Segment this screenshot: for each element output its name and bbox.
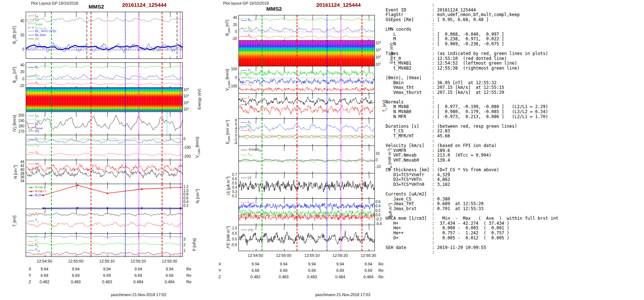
legend-item-b-l: BL <box>28 65 39 70</box>
y-axis-label-right: EM [mW m-2] <box>387 148 393 170</box>
position-row-label-x: X <box>29 267 31 271</box>
series-BM <box>26 66 182 68</box>
marker-line-t-cs-end-red <box>362 66 362 94</box>
screenshot-root: : Event ID : 20161124_125444 FlagStr : m… <box>0 0 644 300</box>
marker-line-t-dvmax-blue <box>327 94 327 119</box>
position-value: 9.94 <box>252 262 259 266</box>
panel-middle-e-spectrogram <box>238 40 375 67</box>
marker-line-t-cs-start-red <box>297 146 297 173</box>
position-value: 0.483 <box>102 280 112 284</box>
marker-line-t-cs-start-red <box>297 173 297 199</box>
legend-line-sample <box>28 152 34 153</box>
legend-item-p-tot: Ptot <box>28 248 40 253</box>
legend-line-sample <box>28 245 34 246</box>
marker-line-t-mvab1-green <box>262 225 262 251</box>
legend-line-sample <box>241 85 247 85</box>
legend-line-sample <box>28 191 34 192</box>
y-axis-label: J*E' [nW m-3] <box>225 226 230 249</box>
legend-line-sample <box>28 195 34 195</box>
y-tick-label: -20 <box>224 37 237 41</box>
legend-dot-sample <box>30 187 32 188</box>
series-Teperp <box>239 97 374 106</box>
legend-item-v-l: VL <box>28 137 39 142</box>
panel-middle-j-lmn: tmaxJJLJMJN <box>238 198 375 225</box>
marker-line-t-cs-end-red <box>162 160 162 184</box>
position-value: 0.483 <box>307 275 317 279</box>
marker-line-t-cs-start-red <box>297 94 297 119</box>
legend-item--v-: |V| <box>28 129 39 133</box>
marker-line-t-mvab1-green <box>262 41 262 66</box>
legend-label: VN <box>248 82 252 87</box>
time-tick-label: 12:55:20 <box>131 259 146 263</box>
y-axis-label: BL,|B| [nT] <box>12 26 17 44</box>
panel-left-density: NeNi <box>26 160 183 184</box>
legend-label: BL <box>248 18 251 23</box>
series-canvas-ve-lmn <box>239 66 374 94</box>
legend-label: VL <box>248 68 251 73</box>
marker-line-t-cs-end-red <box>162 88 162 111</box>
position-value: 9.94 <box>364 262 372 266</box>
legend-line-sample <box>241 20 247 21</box>
legend-dot-sample <box>30 195 32 196</box>
legend-item--vexb-m: -(VexB)M <box>241 148 261 153</box>
legend-line-sample <box>241 77 247 78</box>
marker-line-t-dvmax-blue <box>327 66 327 94</box>
marker-line-t-jmax-brst-magenta <box>180 88 181 111</box>
marker-line-t-dvmax-blue <box>327 146 327 173</box>
legend-line-sample <box>241 70 247 71</box>
series-Vmag <box>26 115 182 131</box>
legend-line-sample <box>241 28 247 29</box>
legend-item-t-: T∥ <box>241 96 251 101</box>
series-Tepar <box>239 105 374 115</box>
legend-line-sample <box>28 214 34 214</box>
legend-label: T⊥ <box>248 102 252 107</box>
position-row-label-y: Y <box>218 268 221 273</box>
legend-label: BM <box>35 73 39 78</box>
y-tick-label: 0 <box>11 47 24 51</box>
y-tick-label: -200 <box>183 154 191 158</box>
legend-line-sample <box>241 130 247 131</box>
legend-item-ni: Ni <box>28 167 38 171</box>
legend-line-sample <box>28 237 34 237</box>
marker-line-t-dvmax-blue <box>327 173 327 199</box>
y-tick-label: 0.2 <box>376 209 381 213</box>
marker-line-t-mvab1-green <box>51 12 52 59</box>
event-id: 20161124_125444 <box>316 2 361 8</box>
position-value: 0.484 <box>134 280 144 284</box>
legend-line-sample <box>241 126 247 127</box>
position-value: 6.69 <box>308 268 316 273</box>
marker-line-t-dvmax-blue <box>125 12 126 59</box>
legend-line-sample <box>28 16 34 16</box>
series-BN <box>26 83 182 85</box>
position-value: 6.68 <box>252 268 259 273</box>
series-canvas-te <box>239 94 374 119</box>
spacecraft-title: MMS2 <box>89 4 104 10</box>
legend-label: -(VexB)M <box>248 148 261 153</box>
y-tick-label: 102 <box>183 101 189 105</box>
y-tick-label: 40 <box>11 19 24 23</box>
y-tick-label: 3 <box>183 237 186 241</box>
position-unit: Re <box>378 262 383 266</box>
legend-item-e-n: EN <box>241 128 252 133</box>
marker-line-t-dvmax-blue <box>327 15 327 41</box>
marker-line-t-mvab1-green <box>262 15 262 41</box>
position-row-label-z: Z <box>218 275 221 279</box>
legend-item-n-o-: N O+ <box>28 193 43 197</box>
y-tick-label: 0 <box>376 158 378 162</box>
marker-line-t-maxj-magenta <box>139 88 139 111</box>
marker-line-t-cs-start-red <box>91 12 91 59</box>
marker-line-t-jmax-brst-magenta <box>180 12 181 59</box>
series-Ptot <box>26 236 182 237</box>
y-axis-label: |Vi| [km/s] <box>12 115 17 132</box>
legend-item-b-m: BM <box>28 73 39 78</box>
y-tick-label: 0.4 <box>376 204 381 208</box>
position-value: 9.94 <box>135 267 142 271</box>
marker-line-t-cs-start-red <box>91 209 91 234</box>
marker-line-t-dvmax-blue <box>327 225 327 251</box>
panel-middle-e-lmn: ELEMEN <box>238 118 375 146</box>
position-value: 6.69 <box>280 268 287 273</box>
marker-line-t-cs-end-red <box>162 135 162 160</box>
marker-line-t-jmax-brst-magenta <box>180 63 181 88</box>
legend-line-sample <box>28 20 34 20</box>
legend-label: |J| <box>248 176 251 179</box>
